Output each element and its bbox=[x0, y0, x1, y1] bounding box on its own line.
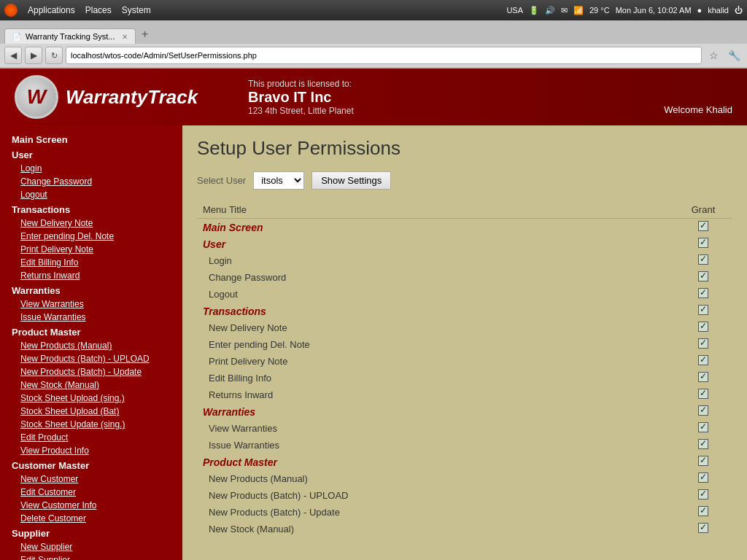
sidebar-item-edit-product[interactable]: Edit Product bbox=[0, 431, 182, 444]
site-header: W WarrantyTrack This product is licensed… bbox=[0, 69, 747, 125]
sidebar-item-new-customer[interactable]: New Customer bbox=[0, 472, 182, 486]
grant-cell bbox=[674, 370, 732, 386]
permission-checkbox[interactable] bbox=[698, 288, 708, 298]
sidebar-item-view-customer-info[interactable]: View Customer Info bbox=[0, 499, 182, 512]
address-bar[interactable] bbox=[66, 47, 702, 64]
permission-checkbox[interactable] bbox=[698, 338, 708, 349]
col-menu-title: Menu Title bbox=[197, 201, 674, 219]
permission-checkbox[interactable] bbox=[698, 456, 708, 466]
table-row: Change Password bbox=[197, 269, 732, 286]
permission-checkbox[interactable] bbox=[698, 472, 708, 483]
taskbar-system[interactable]: System bbox=[122, 5, 151, 15]
sidebar-item-new-products-manual[interactable]: New Products (Manual) bbox=[0, 339, 182, 352]
sidebar-item-returns-inward[interactable]: Returns Inward bbox=[0, 269, 182, 282]
show-settings-button[interactable]: Show Settings bbox=[311, 171, 391, 190]
welcome-message: Welcome Khalid bbox=[664, 104, 732, 115]
sidebar: Main Screen User Login Change Password L… bbox=[0, 125, 182, 560]
grant-cell bbox=[674, 269, 732, 286]
permission-checkbox[interactable] bbox=[698, 238, 708, 248]
permission-checkbox[interactable] bbox=[698, 271, 708, 281]
reload-button[interactable]: ↻ bbox=[45, 47, 63, 64]
permission-checkbox[interactable] bbox=[698, 254, 708, 265]
sidebar-item-delete-customer[interactable]: Delete Customer bbox=[0, 512, 182, 525]
taskbar-locale: USA bbox=[506, 6, 523, 15]
sidebar-item-print-delivery[interactable]: Print Delivery Note bbox=[0, 243, 182, 256]
settings-wrench-icon[interactable]: 🔧 bbox=[725, 47, 743, 64]
sidebar-item-new-stock-manual[interactable]: New Stock (Manual) bbox=[0, 378, 182, 392]
sidebar-section-supplier: Supplier bbox=[0, 525, 182, 540]
logo-area: W WarrantyTrack bbox=[15, 75, 198, 119]
sidebar-item-edit-customer[interactable]: Edit Customer bbox=[0, 486, 182, 499]
new-tab-button[interactable]: + bbox=[136, 25, 154, 44]
permission-checkbox[interactable] bbox=[698, 355, 708, 365]
perm-item-cell: New Products (Manual) bbox=[197, 470, 674, 487]
sidebar-item-stock-update-sing[interactable]: Stock Sheet Update (sing.) bbox=[0, 418, 182, 431]
sidebar-item-view-warranties[interactable]: View Warranties bbox=[0, 298, 182, 311]
sidebar-item-change-password[interactable]: Change Password bbox=[0, 175, 182, 188]
sidebar-section-customer-master: Customer Master bbox=[0, 457, 182, 472]
permission-checkbox[interactable] bbox=[698, 305, 708, 315]
permission-checkbox[interactable] bbox=[698, 322, 708, 332]
perm-item-cell: Login bbox=[197, 252, 674, 269]
sidebar-item-login[interactable]: Login bbox=[0, 162, 182, 175]
permission-checkbox[interactable] bbox=[698, 372, 708, 382]
permission-checkbox[interactable] bbox=[698, 506, 708, 516]
table-row: Transactions bbox=[197, 303, 732, 319]
sidebar-item-new-supplier[interactable]: New Supplier bbox=[0, 540, 182, 553]
grant-cell bbox=[674, 420, 732, 437]
forward-button[interactable]: ▶ bbox=[25, 47, 42, 64]
company-name: Bravo IT Inc bbox=[248, 89, 354, 106]
taskbar-battery-icon: 🔋 bbox=[529, 6, 539, 15]
perm-item-cell: Logout bbox=[197, 286, 674, 303]
taskbar-applications[interactable]: Applications bbox=[28, 5, 75, 15]
col-grant: Grant bbox=[674, 201, 732, 219]
taskbar-right: USA 🔋 🔊 ✉ 📶 29 °C Mon Jun 6, 10:02 AM ● … bbox=[506, 6, 743, 15]
taskbar-user-icon: ● bbox=[697, 6, 703, 15]
browser-nav: ◀ ▶ ↻ ☆ 🔧 bbox=[0, 44, 747, 68]
sidebar-item-new-products-batch-upload[interactable]: New Products (Batch) - UPLOAD bbox=[0, 352, 182, 365]
permission-checkbox[interactable] bbox=[698, 489, 708, 499]
browser-tab-active[interactable]: 📄 Warranty Tracking Syst... ✕ bbox=[4, 28, 136, 44]
bookmark-star-icon[interactable]: ☆ bbox=[705, 47, 722, 64]
logo-icon: W bbox=[15, 75, 58, 119]
permission-checkbox[interactable] bbox=[698, 422, 708, 432]
table-row: View Warranties bbox=[197, 420, 732, 437]
permission-checkbox[interactable] bbox=[698, 439, 708, 449]
permission-checkbox[interactable] bbox=[698, 523, 708, 533]
permission-checkbox[interactable] bbox=[698, 405, 708, 416]
main-layout: Main Screen User Login Change Password L… bbox=[0, 125, 747, 560]
sidebar-item-issue-warranties[interactable]: Issue Warranties bbox=[0, 311, 182, 324]
logo-text: WarrantyTrack bbox=[66, 86, 198, 109]
sidebar-item-logout[interactable]: Logout bbox=[0, 188, 182, 201]
grant-cell bbox=[674, 252, 732, 269]
sidebar-item-edit-supplier[interactable]: Edit Supplier bbox=[0, 553, 182, 560]
sidebar-section-main-screen: Main Screen bbox=[0, 131, 182, 147]
tab-close-button[interactable]: ✕ bbox=[122, 33, 128, 41]
sidebar-item-new-products-batch-update[interactable]: New Products (Batch) - Update bbox=[0, 365, 182, 378]
grant-cell bbox=[674, 236, 732, 252]
sidebar-item-new-delivery-note[interactable]: New Delivery Note bbox=[0, 217, 182, 230]
user-select[interactable]: itsols admin user1 bbox=[253, 171, 304, 190]
tab-page-icon: 📄 bbox=[12, 33, 21, 41]
grant-cell bbox=[674, 303, 732, 319]
content-area: Setup User Permissions Select User itsol… bbox=[182, 125, 747, 560]
sidebar-item-stock-upload-bat[interactable]: Stock Sheet Upload (Bat) bbox=[0, 405, 182, 418]
table-row: User bbox=[197, 236, 732, 252]
sidebar-item-stock-upload-sing[interactable]: Stock Sheet Upload (sing.) bbox=[0, 392, 182, 405]
sidebar-item-enter-pending[interactable]: Enter pending Del. Note bbox=[0, 230, 182, 243]
sidebar-item-view-product-info[interactable]: View Product Info bbox=[0, 444, 182, 457]
perm-item-cell: Issue Warranties bbox=[197, 437, 674, 454]
permission-checkbox[interactable] bbox=[698, 221, 708, 231]
taskbar-power-icon[interactable]: ⏻ bbox=[735, 6, 743, 15]
permission-checkbox[interactable] bbox=[698, 389, 708, 399]
sidebar-item-edit-billing[interactable]: Edit Billing Info bbox=[0, 256, 182, 269]
taskbar-places[interactable]: Places bbox=[85, 5, 112, 15]
taskbar-left: Applications Places System bbox=[4, 4, 151, 17]
grant-cell bbox=[674, 353, 732, 370]
table-row: Issue Warranties bbox=[197, 437, 732, 454]
table-row: New Delivery Note bbox=[197, 319, 732, 336]
perm-section-cell: User bbox=[197, 236, 674, 252]
perm-item-cell: Change Password bbox=[197, 269, 674, 286]
table-row: New Stock (Manual) bbox=[197, 521, 732, 537]
back-button[interactable]: ◀ bbox=[4, 47, 22, 64]
